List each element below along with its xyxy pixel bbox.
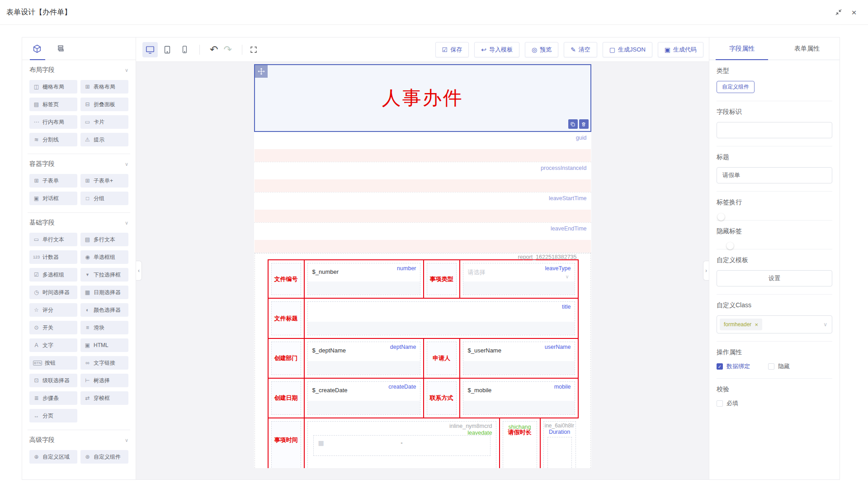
- hidden-field-input[interactable]: [255, 240, 591, 253]
- hide-checkbox[interactable]: 隐藏: [768, 362, 790, 371]
- canvas-backdrop: ‹ › 人事办件: [136, 62, 709, 479]
- hidden-field-input[interactable]: [255, 210, 591, 222]
- hidden-field-guid[interactable]: guid: [254, 132, 591, 162]
- device-tablet-button[interactable]: [160, 42, 175, 57]
- palette-item-text[interactable]: A文字: [29, 338, 77, 352]
- field-label-dept: 创建部门: [271, 342, 301, 375]
- palette-item-subform-plus[interactable]: ⊞子表单+: [80, 174, 128, 188]
- device-phone-button[interactable]: [177, 42, 192, 57]
- chevron-down-icon[interactable]: ∨: [125, 67, 128, 73]
- redo-button[interactable]: ↷: [221, 45, 234, 55]
- palette-item-select[interactable]: ▼下拉选择框: [80, 268, 128, 282]
- color-icon: ◐: [84, 307, 91, 313]
- field-user-name[interactable]: userName $_userName: [460, 339, 579, 378]
- required-checkbox[interactable]: 必填: [717, 399, 832, 408]
- palette-item-html[interactable]: ▣HTML: [80, 338, 128, 352]
- field-id-input[interactable]: [717, 122, 832, 138]
- prop-group-field-id: 字段标识: [717, 101, 832, 146]
- palette-item-label: 日期选择器: [94, 289, 121, 296]
- chevron-down-icon[interactable]: ∨: [125, 220, 128, 226]
- generate-json-button[interactable]: ▢生成JSON: [603, 42, 652, 57]
- tab-field-properties[interactable]: 字段属性: [709, 38, 774, 60]
- palette-tab-outline[interactable]: [55, 43, 66, 55]
- palette-item-inline-layout[interactable]: ⋯行内布局: [29, 115, 77, 129]
- collapse-window-icon[interactable]: [835, 8, 843, 16]
- preview-button[interactable]: ◎预览: [525, 42, 558, 57]
- close-icon[interactable]: ×: [850, 8, 858, 16]
- collapse-left-panel-handle[interactable]: ‹: [136, 261, 142, 281]
- field-title[interactable]: title: [305, 299, 579, 338]
- custom-class-select[interactable]: formheader× ∨: [717, 315, 832, 333]
- palette-item-time-picker[interactable]: ◷时间选择器: [29, 286, 77, 299]
- clear-button[interactable]: ✎清空: [564, 42, 597, 57]
- hidden-field-input[interactable]: [255, 149, 591, 162]
- palette-item-transfer[interactable]: ⇄穿梭框: [80, 391, 128, 405]
- chevron-down-icon[interactable]: ∨: [125, 437, 128, 443]
- palette-item-text-link[interactable]: ∞文字链接: [80, 356, 128, 370]
- palette-tab-components[interactable]: [31, 43, 43, 55]
- hidden-field-process-instance-id[interactable]: processInstanceId: [254, 162, 591, 192]
- palette-item-subform[interactable]: ⊞子表单: [29, 174, 77, 188]
- palette-item-switch[interactable]: ⊙开关: [29, 321, 77, 334]
- palette-item-cascader[interactable]: ⊡级联选择器: [29, 374, 77, 387]
- canvas-toolbar: ↶ ↷ ☑保存 ↩导入模板 ◎预览 ✎清空 ▢生成JSON ▣生成代码: [136, 38, 709, 62]
- tab-form-properties[interactable]: 表单属性: [774, 38, 840, 60]
- settings-button[interactable]: 设置: [717, 270, 832, 286]
- palette-item-steps[interactable]: ≣步骤条: [29, 391, 77, 405]
- palette-item-table-layout[interactable]: ⊞表格布局: [80, 80, 128, 94]
- palette-item-single-text[interactable]: ▭单行文本: [29, 233, 77, 246]
- palette-item-tree-select[interactable]: ⊢树选择: [80, 374, 128, 387]
- palette-item-divider[interactable]: ≋分割线: [29, 133, 77, 146]
- date-range-picker[interactable]: ▦ -: [313, 435, 491, 456]
- duration-input[interactable]: [547, 437, 572, 468]
- palette-item-counter[interactable]: 123计数器: [29, 250, 77, 264]
- palette-item-date-picker[interactable]: ▦日期选择器: [80, 286, 128, 299]
- hidden-field-input[interactable]: [255, 179, 591, 192]
- checkbox-icon: [717, 400, 723, 407]
- form-designer-frame: 布局字段 ∨ ◫栅格布局 ⊞表格布局 ▤标签页 ⊟折叠面板 ⋯行内布局 ▭卡片 …: [22, 37, 840, 480]
- palette-item-tabs[interactable]: ▤标签页: [29, 98, 77, 111]
- palette-item-label: 颜色选择器: [94, 306, 121, 314]
- generate-code-button[interactable]: ▣生成代码: [658, 42, 703, 57]
- palette-item-label: 穿梭框: [94, 394, 110, 402]
- field-leave-date-range[interactable]: inline_nym8mcrd leavedate ▦ -: [305, 418, 500, 468]
- chevron-down-icon[interactable]: ∨: [125, 161, 128, 167]
- field-number[interactable]: number $_number: [305, 260, 424, 298]
- palette-item-card[interactable]: ▭卡片: [80, 115, 128, 129]
- palette-item-slider[interactable]: ≡滑块: [80, 321, 128, 334]
- field-mobile[interactable]: mobile $_mobile: [460, 379, 579, 418]
- field-leave-type-select[interactable]: leaveType 请选择 ∨: [460, 260, 579, 298]
- import-template-button[interactable]: ↩导入模板: [474, 42, 519, 57]
- palette-item-grid-layout[interactable]: ◫栅格布局: [29, 80, 77, 94]
- save-button[interactable]: ☑保存: [435, 42, 469, 57]
- palette-item-pagination[interactable]: ↔分页: [29, 409, 77, 422]
- palette-item-rate[interactable]: ☆评分: [29, 303, 77, 317]
- field-duration[interactable]: ine_6ai0h8lr Duration: [541, 418, 579, 468]
- hidden-field-leave-start-time[interactable]: leaveStartTime: [254, 192, 591, 223]
- palette-item-radio-group[interactable]: ◉单选框组: [80, 250, 128, 264]
- palette-item-color-picker[interactable]: ◐颜色选择器: [80, 303, 128, 317]
- fullscreen-icon[interactable]: [250, 46, 258, 54]
- undo-button[interactable]: ↶: [207, 45, 221, 55]
- palette-item-dialog[interactable]: ▣对话框: [29, 192, 77, 205]
- title-input[interactable]: [717, 167, 832, 183]
- delete-component-icon[interactable]: [579, 119, 589, 129]
- drag-move-icon[interactable]: [255, 65, 268, 78]
- field-create-date[interactable]: createDate $_createDate: [305, 379, 424, 418]
- palette-item-alert[interactable]: ⚠提示: [80, 133, 128, 146]
- device-desktop-button[interactable]: [142, 42, 158, 57]
- palette-item-button[interactable]: BTN按钮: [29, 356, 77, 370]
- palette-item-collapse-panel[interactable]: ⊟折叠面板: [80, 98, 128, 111]
- palette-item-checkbox-group[interactable]: ☑多选框组: [29, 268, 77, 282]
- remove-tag-icon[interactable]: ×: [755, 321, 758, 328]
- data-binding-checkbox[interactable]: ✓数据绑定: [717, 362, 750, 371]
- copy-component-icon[interactable]: [568, 119, 578, 129]
- collapse-right-panel-handle[interactable]: ›: [703, 261, 709, 281]
- form-header-component-selected[interactable]: 人事办件: [254, 64, 591, 132]
- field-dept-name[interactable]: deptName $_deptName: [305, 339, 424, 378]
- palette-item-multi-text[interactable]: ▤多行文本: [80, 233, 128, 246]
- palette-item-custom-component[interactable]: ⊛自定义组件: [80, 450, 128, 464]
- palette-item-group[interactable]: □分组: [80, 192, 128, 205]
- hidden-field-leave-end-time[interactable]: leaveEndTime: [254, 223, 591, 253]
- palette-item-custom-area[interactable]: ⊕自定义区域: [29, 450, 77, 464]
